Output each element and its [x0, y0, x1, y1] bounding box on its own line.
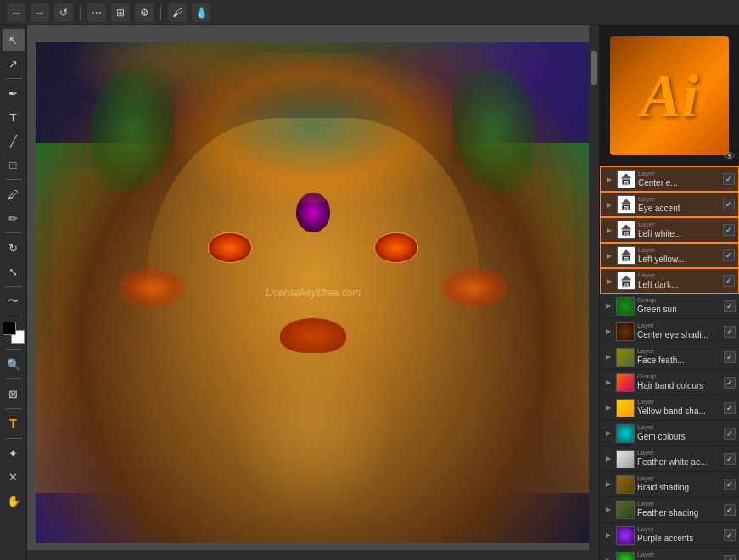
- svg-marker-13: [620, 275, 632, 281]
- layer-checkbox-2[interactable]: [723, 199, 735, 210]
- back-button[interactable]: ←: [7, 3, 25, 22]
- layer-expand-10[interactable]: ▶: [603, 403, 613, 413]
- layer-checkbox-3[interactable]: [723, 224, 735, 236]
- layer-item-15[interactable]: ▶LayerPurple accents: [600, 523, 739, 548]
- tool-separator-9: [5, 438, 22, 439]
- layer-type-label-15: Layer: [637, 526, 724, 533]
- paintbrush-tool[interactable]: 🖊: [3, 183, 25, 205]
- layer-item-11[interactable]: ▶LayerGem colours: [600, 421, 739, 446]
- layer-info-13: LayerBraid shading: [637, 475, 724, 493]
- layer-expand-13[interactable]: ▶: [603, 479, 613, 490]
- layer-item-14[interactable]: ▶LayerFeather shading: [600, 497, 739, 523]
- layer-checkbox-16[interactable]: [724, 555, 736, 561]
- layer-item-16[interactable]: ▶LayerGreen accents: [600, 548, 739, 560]
- layer-expand-1[interactable]: ▶: [604, 174, 614, 184]
- layer-expand-2[interactable]: ▶: [604, 199, 614, 210]
- artwork-background: Licensekeysfree.com: [36, 42, 591, 543]
- scale-tool[interactable]: ⤡: [3, 260, 25, 283]
- layer-checkbox-6[interactable]: [724, 300, 736, 312]
- layer-type-label-12: Layer: [637, 450, 724, 456]
- layer-item-1[interactable]: ▶ LayerCenter e...: [600, 166, 739, 192]
- layer-expand-6[interactable]: ▶: [603, 301, 613, 311]
- vertical-scroll-thumb[interactable]: [591, 51, 597, 85]
- close-tool[interactable]: ✕: [3, 466, 25, 488]
- layer-item-2[interactable]: ▶ LayerEye accent: [600, 192, 739, 217]
- layer-item-8[interactable]: ▶LayerFace feath...: [600, 344, 739, 370]
- crop-tool[interactable]: ⊠: [3, 383, 25, 405]
- type-tool[interactable]: T: [3, 106, 25, 128]
- more-button[interactable]: ⋯: [87, 3, 106, 22]
- layer-item-6[interactable]: ▶GroupGreen sun: [600, 294, 739, 319]
- vertical-scrollbar[interactable]: [589, 25, 599, 560]
- hand-tool[interactable]: ✋: [3, 490, 25, 512]
- layer-type-label-6: Group: [637, 297, 724, 304]
- layer-expand-16[interactable]: ▶: [603, 556, 613, 561]
- layer-expand-14[interactable]: ▶: [603, 505, 613, 515]
- layer-item-9[interactable]: ▶GroupHair band colours: [600, 370, 739, 395]
- color-swatches[interactable]: [3, 322, 25, 344]
- layer-checkbox-10[interactable]: [724, 402, 736, 414]
- eyedropper-tool[interactable]: ✦: [3, 442, 25, 464]
- forward-button[interactable]: →: [31, 3, 49, 22]
- select-tool[interactable]: ↖: [3, 29, 25, 51]
- layer-checkbox-14[interactable]: [724, 504, 736, 516]
- layer-info-4: LayerLeft yellow...: [638, 247, 723, 265]
- rectangle-tool[interactable]: □: [3, 154, 25, 176]
- layer-name-3: Left white...: [638, 228, 723, 239]
- layer-expand-5[interactable]: ▶: [604, 276, 614, 286]
- layer-thumb-2: [617, 195, 635, 214]
- pen-tool[interactable]: ✒: [3, 82, 25, 104]
- layer-type-label-14: Layer: [637, 501, 724, 507]
- layer-item-7[interactable]: ▶LayerCenter eye shadi...: [600, 319, 739, 344]
- layer-item-12[interactable]: ▶LayerFeather white ac...: [600, 446, 739, 472]
- brush-button[interactable]: 🖌: [168, 3, 187, 22]
- layer-checkbox-1[interactable]: [723, 173, 735, 185]
- pencil-tool[interactable]: ✏: [3, 207, 25, 229]
- foreground-color-swatch[interactable]: [3, 322, 16, 335]
- top-toolbar: ← → ↺ ⋯ ⊞ ⚙ 🖌 💧: [0, 0, 739, 25]
- tool-separator-1: [5, 78, 22, 79]
- layer-info-2: LayerEye accent: [638, 196, 723, 214]
- eye-icon[interactable]: 👁: [724, 149, 736, 163]
- layer-checkbox-11[interactable]: [724, 428, 736, 440]
- layer-expand-9[interactable]: ▶: [603, 378, 613, 388]
- type-tool-2[interactable]: T: [3, 412, 25, 434]
- layer-checkbox-7[interactable]: [724, 326, 736, 338]
- layer-expand-8[interactable]: ▶: [603, 352, 613, 362]
- eyedropper-button[interactable]: 💧: [192, 3, 210, 22]
- refresh-button[interactable]: ↺: [54, 3, 73, 22]
- warp-tool[interactable]: 〜: [3, 290, 25, 312]
- grid-button[interactable]: ⊞: [111, 3, 130, 22]
- rotate-tool[interactable]: ↻: [3, 237, 25, 259]
- layer-checkbox-5[interactable]: [723, 275, 735, 287]
- layer-checkbox-13[interactable]: [724, 479, 736, 490]
- layer-expand-4[interactable]: ▶: [604, 250, 614, 260]
- layer-type-label-10: Layer: [637, 399, 724, 406]
- layer-checkbox-12[interactable]: [724, 453, 736, 465]
- layer-checkbox-15[interactable]: [724, 529, 736, 541]
- zoom-tool[interactable]: 🔍: [3, 353, 25, 375]
- layer-checkbox-8[interactable]: [724, 351, 736, 363]
- layer-name-8: Face feath...: [637, 355, 724, 366]
- layer-item-4[interactable]: ▶ LayerLeft yellow...: [600, 243, 739, 268]
- layer-expand-11[interactable]: ▶: [603, 428, 613, 439]
- settings-button[interactable]: ⚙: [135, 3, 154, 22]
- layer-checkbox-9[interactable]: [724, 377, 736, 389]
- layer-item-5[interactable]: ▶ LayerLeft dark...: [600, 268, 739, 294]
- horizontal-scrollbar[interactable]: [27, 550, 589, 560]
- svg-marker-7: [620, 224, 632, 230]
- layer-thumb-9: [616, 373, 635, 392]
- layer-expand-7[interactable]: ▶: [603, 327, 613, 337]
- layer-item-10[interactable]: ▶LayerYellow band sha...: [600, 395, 739, 421]
- artwork-container[interactable]: Licensekeysfree.com: [36, 42, 591, 543]
- layer-checkbox-4[interactable]: [723, 249, 735, 261]
- layer-expand-3[interactable]: ▶: [604, 225, 614, 235]
- layer-expand-12[interactable]: ▶: [603, 454, 613, 464]
- svg-rect-14: [624, 283, 628, 288]
- line-tool[interactable]: ╱: [3, 130, 25, 152]
- layer-item-13[interactable]: ▶LayerBraid shading: [600, 472, 739, 497]
- tool-separator-6: [5, 349, 22, 350]
- layer-item-3[interactable]: ▶ LayerLeft white...: [600, 217, 739, 243]
- layer-expand-15[interactable]: ▶: [603, 530, 613, 540]
- direct-select-tool[interactable]: ↗: [3, 53, 25, 75]
